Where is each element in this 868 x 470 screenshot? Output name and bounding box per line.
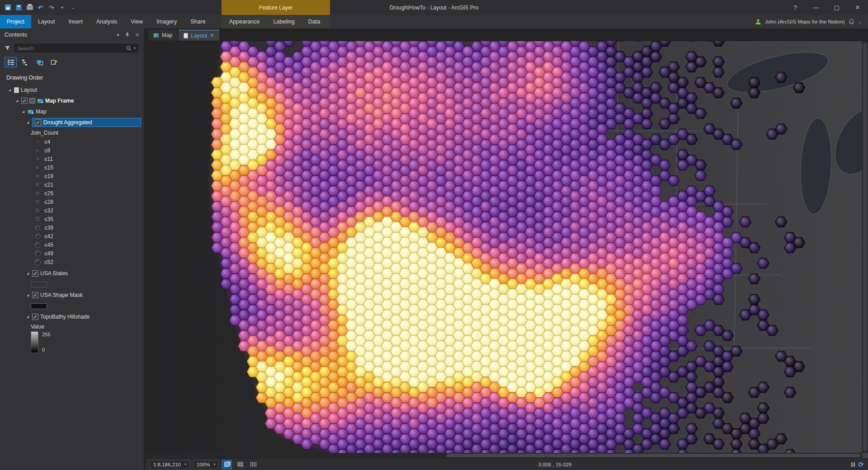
close-button[interactable]: ✕ bbox=[847, 0, 868, 15]
ribbon-tab-project[interactable]: Project bbox=[0, 15, 31, 28]
maximize-button[interactable]: ▢ bbox=[826, 0, 847, 15]
guides-button[interactable] bbox=[248, 460, 258, 469]
legend-label: ≤49 bbox=[44, 250, 53, 257]
refresh-icon[interactable]: ⟳ bbox=[858, 461, 864, 469]
legend-item[interactable]: ≤11 bbox=[0, 155, 144, 163]
ribbon-tab-appearance[interactable]: Appearance bbox=[222, 15, 266, 28]
legend-field-row: Join_Count bbox=[0, 128, 144, 137]
selected-layer-highlight[interactable]: ✓ Drought Aggregated bbox=[32, 118, 141, 127]
view-tab-layout[interactable]: Layout ✕ bbox=[179, 30, 219, 41]
ribbon-tab-analysis[interactable]: Analysis bbox=[90, 15, 124, 28]
notifications-bell-icon[interactable] bbox=[849, 19, 854, 25]
map-canvas[interactable] bbox=[146, 41, 868, 458]
usa-shape-mask-symbol-row[interactable] bbox=[0, 301, 144, 311]
legend-symbol bbox=[37, 158, 39, 160]
legend-item[interactable]: ≤32 bbox=[0, 206, 144, 215]
legend-item[interactable]: ≤25 bbox=[0, 189, 144, 197]
window-title: DroughtHowTo - Layout - ArcGIS Pro bbox=[0, 5, 868, 11]
expander-icon[interactable]: ◢ bbox=[25, 315, 30, 319]
ribbon-tab-layout[interactable]: Layout bbox=[31, 15, 62, 28]
legend-item[interactable]: ≤35 bbox=[0, 215, 144, 223]
horizontal-scrollbar[interactable] bbox=[146, 453, 862, 458]
legend-item[interactable]: ≤38 bbox=[0, 223, 144, 232]
tree-item-layout[interactable]: ◢ Layout bbox=[0, 85, 144, 95]
undo-icon[interactable]: ↶ bbox=[37, 4, 44, 11]
customize-qat-icon[interactable]: ⌄ bbox=[70, 4, 76, 11]
ribbon-tab-labeling[interactable]: Labeling bbox=[266, 15, 301, 28]
pane-menu-chevron-icon[interactable]: ▾ bbox=[117, 32, 119, 38]
scale-combo[interactable]: 1:8,186,210 ▾ bbox=[150, 460, 190, 469]
save-project-icon[interactable] bbox=[15, 4, 22, 11]
legend-item[interactable]: ≤18 bbox=[0, 172, 144, 180]
main-area: Contents ▾ ✕ ▾ bbox=[0, 28, 868, 470]
minimize-button[interactable]: — bbox=[806, 0, 826, 15]
legend-item[interactable]: ≤15 bbox=[0, 163, 144, 172]
legend-symbol bbox=[36, 217, 40, 221]
tree-item-map[interactable]: ◢ Map bbox=[0, 106, 144, 117]
undo-dropdown-icon[interactable]: ▾ bbox=[59, 4, 66, 11]
search-options-chevron-icon[interactable]: ▾ bbox=[134, 46, 136, 50]
grid-snapping-button[interactable] bbox=[235, 460, 245, 469]
legend-item[interactable]: ≤52 bbox=[0, 258, 144, 266]
usa-states-symbol-row[interactable] bbox=[0, 279, 144, 290]
expander-icon[interactable]: ◢ bbox=[25, 293, 30, 297]
user-area: John (ArcGIS Maps for the Nation) ⌄ bbox=[755, 15, 868, 28]
expander-icon[interactable]: ◢ bbox=[25, 121, 30, 124]
legend-item[interactable]: ≤42 bbox=[0, 232, 144, 240]
legend-item[interactable]: ≤21 bbox=[0, 180, 144, 189]
legend-item[interactable]: ≤4 bbox=[0, 137, 144, 146]
ribbon-tab-insert[interactable]: Insert bbox=[61, 15, 89, 28]
usa-states-checkbox[interactable]: ✓ bbox=[32, 270, 38, 277]
tab-close-icon[interactable]: ✕ bbox=[210, 33, 214, 38]
ribbon-tab-share[interactable]: Share bbox=[184, 15, 212, 28]
expander-icon[interactable]: ◢ bbox=[7, 88, 12, 92]
ribbon-tab-data[interactable]: Data bbox=[302, 15, 327, 28]
legend-symbol bbox=[34, 259, 41, 265]
tree-item-usa-states[interactable]: ◢ ✓ USA States bbox=[0, 268, 144, 279]
layout-pages-button[interactable] bbox=[222, 460, 232, 469]
map-frame-checkbox[interactable]: ✓ bbox=[21, 98, 28, 104]
drought-layer-checkbox[interactable]: ✓ bbox=[35, 119, 41, 126]
view-tab-map[interactable]: Map bbox=[148, 30, 177, 41]
tree-item-usa-shape-mask[interactable]: ◢ ✓ USA Shape Mask bbox=[0, 290, 144, 301]
user-name[interactable]: John (ArcGIS Maps for the Nation) bbox=[765, 19, 844, 24]
list-by-drawing-order-button[interactable] bbox=[5, 57, 17, 67]
search-icon[interactable] bbox=[126, 46, 132, 51]
zoom-value: 100% bbox=[197, 462, 210, 467]
drought-layer-label: Drought Aggregated bbox=[43, 119, 92, 126]
print-icon[interactable] bbox=[26, 4, 33, 11]
tree-item-topobathy-hillshade[interactable]: ◢ ✓ TopoBathy Hillshade bbox=[0, 311, 144, 322]
tree-item-drought-aggregated[interactable]: ◢ ✓ Drought Aggregated bbox=[0, 117, 144, 128]
legend-item[interactable]: ≤8 bbox=[0, 146, 144, 155]
list-by-selection-button[interactable] bbox=[33, 57, 46, 67]
search-input[interactable] bbox=[17, 46, 124, 51]
usa-shape-mask-checkbox[interactable]: ✓ bbox=[32, 292, 38, 298]
filter-icon[interactable] bbox=[5, 46, 10, 51]
ribbon-tab-imagery[interactable]: Imagery bbox=[150, 15, 184, 28]
legend-symbol bbox=[36, 183, 39, 186]
expander-icon[interactable]: ◢ bbox=[21, 110, 26, 113]
expander-icon[interactable]: ◢ bbox=[25, 272, 30, 275]
help-button[interactable]: ? bbox=[785, 0, 806, 15]
pin-icon[interactable] bbox=[125, 32, 130, 38]
expander-icon[interactable]: ◢ bbox=[14, 99, 19, 103]
list-by-source-button[interactable] bbox=[19, 57, 31, 67]
redo-icon[interactable]: ↷ bbox=[48, 4, 55, 11]
value-field-label: Value bbox=[31, 324, 44, 330]
legend-item[interactable]: ≤49 bbox=[0, 249, 144, 258]
user-menu-chevron-icon[interactable]: ⌄ bbox=[858, 19, 862, 24]
list-by-editing-button[interactable] bbox=[48, 57, 60, 67]
tree-item-map-frame[interactable]: ◢ ✓ Map Frame bbox=[0, 95, 144, 106]
pane-close-icon[interactable]: ✕ bbox=[135, 32, 139, 38]
vertical-scrollbar[interactable] bbox=[862, 41, 868, 453]
zoom-combo[interactable]: 100% ▾ bbox=[193, 460, 219, 469]
ribbon-tab-view[interactable]: View bbox=[124, 15, 150, 28]
drawing-order-label: Drawing Order bbox=[0, 69, 144, 85]
legend-item[interactable]: ≤45 bbox=[0, 240, 144, 249]
legend-item[interactable]: ≤28 bbox=[0, 197, 144, 206]
topobathy-checkbox[interactable]: ✓ bbox=[32, 314, 38, 320]
usa-shape-mask-label: USA Shape Mask bbox=[40, 292, 83, 298]
pause-drawing-icon[interactable] bbox=[851, 462, 855, 467]
save-icon[interactable] bbox=[5, 4, 11, 11]
hillshade-min-label: 0 bbox=[42, 347, 50, 352]
